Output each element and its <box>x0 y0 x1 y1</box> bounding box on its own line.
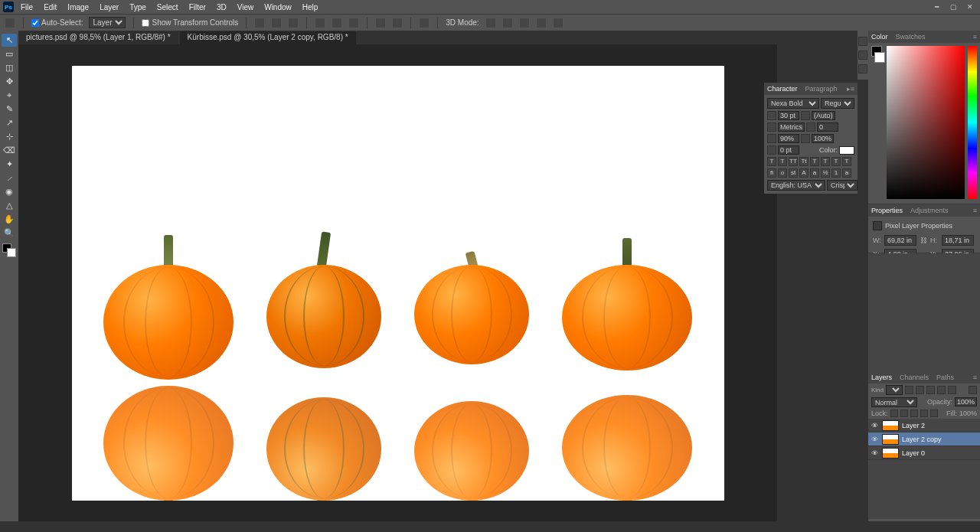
tool-6[interactable]: ↗ <box>2 116 17 129</box>
tab-color[interactable]: Color <box>871 33 888 41</box>
filter-shape-icon[interactable] <box>937 386 946 394</box>
font-size-input[interactable]: 30 pt <box>778 111 799 120</box>
subscript-button[interactable]: T <box>821 157 830 166</box>
3d-roll-icon[interactable] <box>502 18 513 28</box>
3d-scale-icon[interactable] <box>553 18 564 28</box>
menu-image[interactable]: Image <box>62 2 94 13</box>
tool-7[interactable]: ⊹ <box>2 130 17 143</box>
tool-5[interactable]: ✎ <box>2 103 17 116</box>
auto-select-checkbox[interactable]: Auto-Select: <box>31 18 83 27</box>
close-icon[interactable]: ✕ <box>963 2 977 12</box>
color-picker-field[interactable] <box>887 46 965 199</box>
menu-help[interactable]: Help <box>297 2 324 13</box>
menu-3d[interactable]: 3D <box>211 2 232 13</box>
align-center-v-icon[interactable] <box>332 18 342 28</box>
layer-thumbnail[interactable] <box>882 434 899 445</box>
foreground-background-swatch[interactable] <box>2 243 16 257</box>
visibility-toggle-icon[interactable]: 👁 <box>870 435 879 444</box>
kerning-select[interactable]: Metrics <box>778 122 805 132</box>
filter-type-icon[interactable] <box>926 386 935 394</box>
discretionary-button[interactable]: a <box>842 168 851 178</box>
tool-0[interactable]: ↖ <box>2 34 17 47</box>
stylistic-button[interactable]: a <box>810 168 819 178</box>
tracking-input[interactable]: 0 <box>817 122 838 132</box>
menu-select[interactable]: Select <box>152 2 184 13</box>
align-center-h-icon[interactable] <box>271 18 282 28</box>
layer-row[interactable]: 👁Layer 2 copy <box>868 432 980 446</box>
superscript-button[interactable]: T <box>810 157 819 166</box>
layer-thumbnail[interactable] <box>882 448 899 459</box>
tool-2[interactable]: ◫ <box>2 61 17 74</box>
filter-toggle-icon[interactable] <box>969 386 977 394</box>
menu-window[interactable]: Window <box>259 2 297 13</box>
width-input[interactable]: 69,82 in <box>884 235 916 246</box>
opacity-input[interactable]: 100% <box>955 397 977 406</box>
tool-3[interactable]: ✥ <box>2 75 17 88</box>
lock-all-icon[interactable] <box>930 410 938 417</box>
tool-4[interactable]: ⌖ <box>2 89 17 102</box>
menu-view[interactable]: View <box>232 2 260 13</box>
tool-9[interactable]: ✦ <box>2 158 17 171</box>
tool-11[interactable]: ◉ <box>2 185 17 198</box>
filter-adjustment-icon[interactable] <box>916 386 924 394</box>
font-style-select[interactable]: Regular <box>821 98 854 109</box>
menu-layer[interactable]: Layer <box>94 2 124 13</box>
distribute-spacing-icon[interactable] <box>419 18 430 28</box>
tool-13[interactable]: ✋ <box>2 213 17 226</box>
3d-slide-icon[interactable] <box>536 18 547 28</box>
maximize-icon[interactable]: ▢ <box>946 2 960 12</box>
vscale-input[interactable]: 90% <box>778 134 799 143</box>
tab-layers[interactable]: Layers <box>871 374 892 381</box>
tool-10[interactable]: ⟋ <box>2 171 17 184</box>
color-swatches-mini[interactable] <box>871 46 884 201</box>
tab-properties[interactable]: Properties <box>871 207 903 214</box>
collapse-panel-icon[interactable] <box>858 51 867 60</box>
tab-channels[interactable]: Channels <box>900 374 929 381</box>
filter-smart-icon[interactable] <box>948 386 956 394</box>
layer-thumbnail[interactable] <box>882 420 899 431</box>
fraction-button[interactable]: ½ <box>821 168 830 178</box>
filter-pixel-icon[interactable] <box>905 386 913 394</box>
swash-button[interactable]: st <box>789 168 798 178</box>
expand-panel-icon[interactable] <box>858 37 867 46</box>
panel-menu-icon[interactable]: ≡ <box>973 33 977 41</box>
tab-character[interactable]: Character <box>767 85 798 93</box>
layer-filter-select[interactable] <box>886 385 903 395</box>
menu-edit[interactable]: Edit <box>38 2 62 13</box>
swap-panel-icon[interactable] <box>858 64 867 73</box>
font-family-select[interactable]: Nexa Bold <box>767 98 819 109</box>
tab-paragraph[interactable]: Paragraph <box>805 85 838 93</box>
language-select[interactable]: English: USA <box>767 180 825 191</box>
leading-input[interactable]: (Auto) <box>812 111 835 120</box>
minimize-icon[interactable]: ━ <box>929 2 943 12</box>
layer-name[interactable]: Layer 2 copy <box>902 436 942 443</box>
ordinal-button[interactable]: o <box>778 168 787 178</box>
underline-button[interactable]: T <box>831 157 841 166</box>
show-transform-checkbox[interactable]: Show Transform Controls <box>142 18 238 27</box>
italic-button[interactable]: T <box>778 157 787 166</box>
canvas-area[interactable] <box>18 44 777 521</box>
auto-select-target[interactable]: Layer <box>89 17 126 28</box>
tool-14[interactable]: 🔍 <box>2 227 17 240</box>
visibility-toggle-icon[interactable]: 👁 <box>870 421 879 430</box>
strike-button[interactable]: T <box>842 157 851 166</box>
hue-slider[interactable] <box>968 46 977 199</box>
align-bottom-icon[interactable] <box>348 18 359 28</box>
3d-pan-icon[interactable] <box>519 18 530 28</box>
panel-menu-icon[interactable]: ≡ <box>973 374 977 381</box>
panel-menu-icon[interactable]: ≡ <box>973 207 977 214</box>
3d-orbit-icon[interactable] <box>485 18 496 28</box>
menu-filter[interactable]: Filter <box>184 2 211 13</box>
lock-transparency-icon[interactable] <box>890 410 898 417</box>
blend-mode-select[interactable]: Normal <box>871 397 917 407</box>
text-color-swatch[interactable] <box>839 146 854 155</box>
tab-swatches[interactable]: Swatches <box>896 33 926 41</box>
link-wh-icon[interactable]: ⛓ <box>919 237 928 244</box>
tab-paths[interactable]: Paths <box>936 374 954 381</box>
panel-menu-icon[interactable]: ▸≡ <box>847 85 854 93</box>
layer-row[interactable]: 👁Layer 2 <box>868 419 980 432</box>
lock-nesting-icon[interactable] <box>920 410 928 417</box>
bold-button[interactable]: T <box>767 157 776 166</box>
distribute-v-icon[interactable] <box>392 18 403 28</box>
tool-8[interactable]: ⌫ <box>2 144 17 157</box>
